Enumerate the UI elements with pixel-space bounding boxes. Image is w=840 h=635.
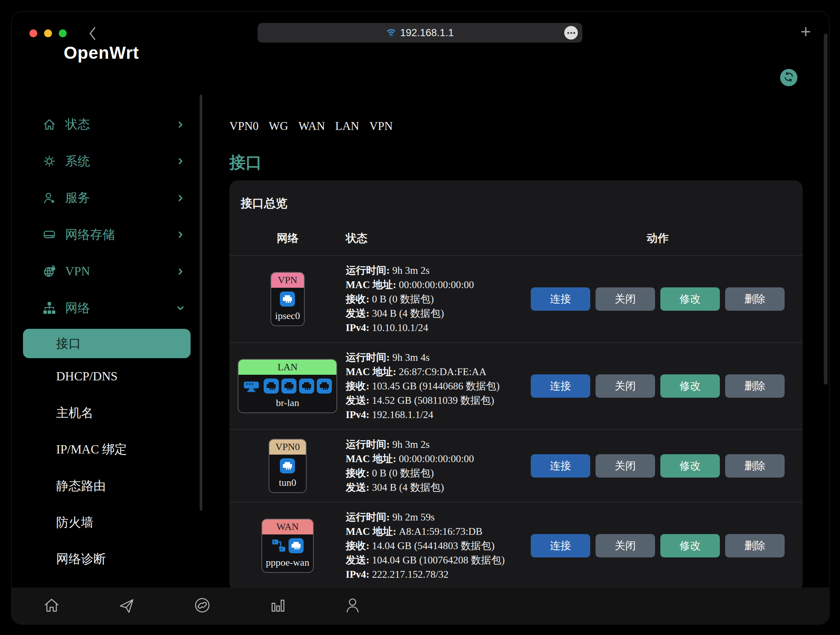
toolbar-home-icon[interactable] bbox=[43, 597, 60, 614]
sidebar-subitem-dhcp-dns[interactable]: DHCP/DNS bbox=[23, 358, 191, 395]
edit-button[interactable]: 修改 bbox=[660, 287, 720, 311]
interface-status: 运行时间: 9h 2m 59sMAC 地址: A8:A1:59:16:73:DB… bbox=[346, 510, 531, 581]
toolbar-link-icon[interactable] bbox=[194, 597, 211, 614]
close-window-button[interactable] bbox=[29, 29, 37, 37]
edit-button[interactable]: 修改 bbox=[660, 454, 720, 477]
interface-name: ipsec0 bbox=[271, 310, 303, 325]
chevron-right-icon bbox=[177, 121, 184, 128]
interface-tile-tun0: VPN0tun0 bbox=[268, 439, 306, 493]
sidebar-subitem-static-routes[interactable]: 静态路由 bbox=[23, 468, 191, 504]
status-line: IPv4: 192.168.1.1/24 bbox=[346, 408, 531, 422]
bridge-icon bbox=[272, 539, 286, 554]
sidebar-scrollbar[interactable] bbox=[200, 95, 202, 511]
status-line: 发送: 304 B (4 数据包) bbox=[346, 480, 531, 494]
delete-button[interactable]: 删除 bbox=[725, 287, 785, 311]
sidebar-item-label: 网络 bbox=[65, 300, 177, 317]
card-title: 接口总览 bbox=[241, 196, 803, 208]
interface-shortcut-tabs: VPN0WGWANLANVPN bbox=[229, 119, 393, 133]
connect-button[interactable]: 连接 bbox=[531, 374, 590, 398]
page-title: 接口 bbox=[229, 152, 262, 174]
status-line: 运行时间: 9h 3m 2s bbox=[346, 263, 531, 278]
sidebar-subitem-diagnostics[interactable]: 网络诊断 bbox=[23, 541, 191, 577]
sidebar-item-system[interactable]: 系统 bbox=[23, 143, 189, 180]
stop-button[interactable]: 关闭 bbox=[595, 534, 655, 558]
sidebar-submenu: 接口DHCP/DNS主机名IP/MAC 绑定静态路由防火墙网络诊断 bbox=[23, 329, 191, 577]
sidebar-subitem-label: 防火墙 bbox=[56, 514, 93, 531]
fullscreen-window-button[interactable] bbox=[59, 29, 67, 37]
sidebar-item-services[interactable]: 服务 bbox=[23, 180, 189, 216]
tab-vpn[interactable]: VPN bbox=[369, 119, 393, 133]
connect-button[interactable]: 连接 bbox=[531, 454, 590, 477]
interface-status: 运行时间: 9h 3m 2sMAC 地址: 00:00:00:00:00:00接… bbox=[346, 263, 531, 335]
interface-rows: VPNipsec0运行时间: 9h 3m 2sMAC 地址: 00:00:00:… bbox=[229, 255, 803, 589]
page-options-button[interactable] bbox=[564, 26, 578, 39]
ethernet-port-light-icon bbox=[280, 292, 295, 308]
sidebar-item-status[interactable]: 状态 bbox=[23, 106, 189, 143]
chevron-right-icon bbox=[177, 231, 184, 239]
edit-button[interactable]: 修改 bbox=[660, 534, 720, 558]
delete-button[interactable]: 删除 bbox=[725, 374, 785, 398]
page-scrollbar[interactable] bbox=[824, 33, 827, 385]
interface-status: 运行时间: 9h 3m 4sMAC 地址: 26:87:C9:DA:FE:AA接… bbox=[346, 350, 531, 422]
new-tab-button[interactable]: + bbox=[794, 20, 817, 43]
interface-status: 运行时间: 9h 3m 2sMAC 地址: 00:00:00:00:00:00接… bbox=[346, 437, 531, 494]
connect-button[interactable]: 连接 bbox=[531, 287, 590, 311]
interface-tile-pppoe-wan: WANpppoe-wan bbox=[261, 519, 314, 573]
toolbar-chart-icon[interactable] bbox=[269, 597, 286, 614]
tab-vpn0[interactable]: VPN0 bbox=[229, 119, 259, 133]
chevron-right-icon bbox=[177, 194, 184, 202]
sidebar-item-label: VPN bbox=[65, 264, 177, 278]
sidebar-subitem-ip-mac-binding[interactable]: IP/MAC 绑定 bbox=[23, 431, 191, 468]
chevron-right-icon bbox=[177, 268, 184, 275]
gear-icon bbox=[43, 155, 56, 168]
connect-button[interactable]: 连接 bbox=[531, 534, 590, 558]
home-icon bbox=[43, 118, 56, 131]
status-line: MAC 地址: A8:A1:59:16:73:DB bbox=[346, 524, 531, 539]
ethernet-port-dark-icon bbox=[281, 379, 297, 395]
status-line: MAC 地址: 00:00:00:00:00:00 bbox=[346, 278, 531, 292]
tab-lan[interactable]: LAN bbox=[335, 119, 359, 133]
interface-actions: 连接关闭修改删除 bbox=[531, 287, 803, 311]
interface-row-tun0: VPN0tun0运行时间: 9h 3m 2sMAC 地址: 00:00:00:0… bbox=[229, 430, 803, 502]
interface-row-br-lan: LANbr-lan运行时间: 9h 3m 4sMAC 地址: 26:87:C9:… bbox=[229, 343, 803, 430]
interface-actions: 连接关闭修改删除 bbox=[531, 534, 803, 558]
status-line: 接收: 0 B (0 数据包) bbox=[346, 292, 531, 306]
address-bar[interactable]: 192.168.1.1 bbox=[257, 23, 583, 43]
minimize-window-button[interactable] bbox=[44, 29, 52, 37]
auto-refresh-button[interactable] bbox=[780, 69, 797, 86]
sidebar-item-vpn[interactable]: VPN bbox=[23, 253, 189, 290]
status-line: MAC 地址: 26:87:C9:DA:FE:AA bbox=[346, 365, 531, 379]
chevron-right-icon bbox=[177, 158, 184, 165]
ethernet-port-dark-icon bbox=[317, 379, 332, 395]
back-button[interactable] bbox=[87, 26, 98, 41]
stop-button[interactable]: 关闭 bbox=[595, 454, 655, 477]
tab-wan[interactable]: WAN bbox=[298, 119, 325, 133]
sidebar-subitem-label: 静态路由 bbox=[56, 477, 106, 494]
sidebar-item-label: 网络存储 bbox=[65, 226, 177, 243]
sidebar-subitem-firewall[interactable]: 防火墙 bbox=[23, 504, 191, 541]
sidebar-subitem-interfaces-selected[interactable]: 接口 bbox=[23, 329, 191, 358]
sidebar-subitem-label: IP/MAC 绑定 bbox=[56, 441, 127, 458]
ethernet-port-dark-icon bbox=[299, 379, 314, 395]
ethernet-port-light-icon bbox=[280, 458, 295, 475]
globe-lock-icon bbox=[43, 265, 56, 278]
stop-button[interactable]: 关闭 bbox=[595, 374, 655, 398]
toolbar-user-icon[interactable] bbox=[344, 597, 361, 614]
status-line: 接收: 0 B (0 数据包) bbox=[346, 466, 531, 480]
interfaces-card: 接口总览 网络 状态 动作 VPNipsec0运行时间: 9h 3m 2sMAC… bbox=[229, 180, 803, 591]
header-status: 状态 bbox=[346, 231, 531, 246]
edit-button[interactable]: 修改 bbox=[660, 374, 720, 398]
sidebar-subitem-hostname[interactable]: 主机名 bbox=[23, 395, 191, 431]
sidebar-item-storage[interactable]: 网络存储 bbox=[23, 216, 189, 253]
delete-button[interactable]: 删除 bbox=[725, 454, 785, 477]
sidebar-item-network[interactable]: 网络 bbox=[23, 290, 189, 327]
delete-button[interactable]: 删除 bbox=[725, 534, 785, 558]
stop-button[interactable]: 关闭 bbox=[595, 287, 655, 311]
toolbar-send-icon[interactable] bbox=[118, 597, 135, 614]
header-network: 网络 bbox=[229, 231, 346, 246]
interface-actions: 连接关闭修改删除 bbox=[531, 454, 803, 477]
browser-window: 192.168.1.1 + OpenWrt 状态系统服务网络存储VPN网络 接口… bbox=[11, 11, 829, 624]
interface-name: br-lan bbox=[238, 396, 336, 412]
tab-wg[interactable]: WG bbox=[269, 119, 289, 133]
wifi-favicon-icon bbox=[386, 27, 396, 39]
